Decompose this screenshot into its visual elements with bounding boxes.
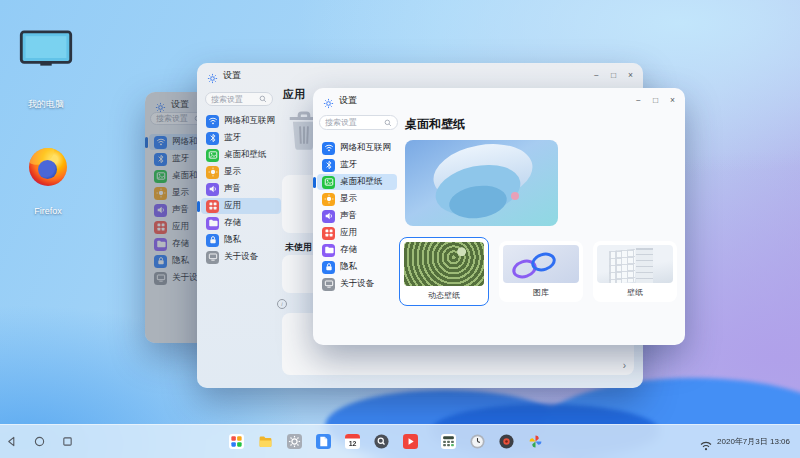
close-button[interactable]: ×: [670, 96, 675, 105]
sidebar-item-sound[interactable]: 声音: [201, 181, 281, 197]
sidebar-item-privacy[interactable]: 隐私: [201, 232, 281, 248]
sidebar-item-privacy[interactable]: 隐私: [317, 259, 397, 275]
sidebar-item-apps[interactable]: 应用: [201, 198, 281, 214]
about-icon: [206, 251, 219, 264]
sidebar-item-about[interactable]: 关于设备: [317, 276, 397, 292]
maximize-button[interactable]: □: [653, 96, 658, 105]
selected-indicator: [313, 177, 316, 188]
sidebar-item-bluetooth[interactable]: 蓝牙: [317, 157, 397, 173]
settings-search: [319, 115, 398, 130]
taskbar-app-documents-icon[interactable]: [316, 434, 331, 449]
wallpaper-card-label: 图库: [503, 287, 579, 298]
sidebar-item-storage[interactable]: 存储: [201, 215, 281, 231]
sidebar-item-label: 隐私: [172, 255, 189, 267]
settings-search: [205, 92, 273, 106]
gallery-thumbnail: [503, 245, 579, 283]
taskbar-app-file-manager-icon[interactable]: [258, 434, 273, 449]
nav-back-button[interactable]: [6, 436, 17, 447]
taskbar-apps: 12: [229, 425, 543, 458]
taskbar: 12 2020年7月3日 13:06: [0, 424, 800, 458]
taskbar-app-calendar-icon[interactable]: 12: [345, 434, 360, 449]
settings-gear-icon: [207, 70, 218, 81]
sidebar-item-label: 显示: [224, 166, 241, 178]
sound-icon: [154, 204, 167, 217]
taskbar-app-search-icon[interactable]: [374, 434, 389, 449]
section-label-unused: 未使用: [285, 241, 312, 254]
network-icon: [206, 115, 219, 128]
taskbar-app-clock-icon[interactable]: [470, 434, 485, 449]
more-chevron[interactable]: ›: [623, 360, 626, 371]
sidebar-item-label: 网络和互联网: [224, 115, 275, 127]
sidebar-item-apps[interactable]: 应用: [317, 225, 397, 241]
display-icon: [206, 166, 219, 179]
wallpaper-card-dynamic[interactable]: 动态壁纸: [399, 237, 489, 306]
sidebar-item-network[interactable]: 网络和互联网: [201, 113, 281, 129]
close-button[interactable]: ×: [628, 71, 633, 80]
datetime-label[interactable]: 2020年7月3日 13:06: [717, 436, 790, 447]
computer-icon: [19, 30, 73, 68]
sidebar-item-about[interactable]: 关于设备: [201, 249, 281, 265]
settings-search-input[interactable]: [156, 113, 194, 125]
window-titlebar[interactable]: 设置 − □ ×: [197, 63, 643, 87]
sidebar-item-wallpaper[interactable]: 桌面和壁纸: [317, 174, 397, 190]
sidebar-item-label: 蓝牙: [340, 159, 357, 171]
sidebar-item-storage[interactable]: 存储: [317, 242, 397, 258]
nav-home-button[interactable]: [34, 436, 45, 447]
minimize-button[interactable]: −: [636, 96, 641, 105]
minimize-button[interactable]: −: [594, 71, 599, 80]
display-icon: [322, 193, 335, 206]
sidebar-item-sound[interactable]: 声音: [317, 208, 397, 224]
settings-search-input[interactable]: [325, 117, 384, 129]
sidebar-item-label: 网络和互联网: [340, 142, 391, 154]
taskbar-app-video-player-icon[interactable]: [403, 434, 418, 449]
taskbar-app-launcher-icon[interactable]: [229, 434, 244, 449]
storage-icon: [154, 238, 167, 251]
taskbar-app-recorder-icon[interactable]: [499, 434, 514, 449]
bluetooth-icon: [206, 132, 219, 145]
page-title: 桌面和壁纸: [405, 116, 465, 133]
info-row: i: [277, 299, 287, 309]
sound-icon: [206, 183, 219, 196]
maximize-button[interactable]: □: [611, 71, 616, 80]
sidebar-item-label: 隐私: [340, 261, 357, 273]
sidebar-item-display[interactable]: 显示: [317, 191, 397, 207]
desktop: 我的电脑 Firefox 设置 − □ × 网络和互联网蓝牙桌面和壁纸显示声音应…: [0, 0, 800, 458]
wallpaper-card-static[interactable]: 壁纸: [593, 241, 677, 302]
about-icon: [154, 272, 167, 285]
taskbar-app-settings-icon[interactable]: [287, 434, 302, 449]
nav-recents-button[interactable]: [62, 436, 73, 447]
apps-icon: [322, 227, 335, 240]
sidebar-item-display[interactable]: 显示: [201, 164, 281, 180]
selected-indicator: [145, 137, 148, 148]
settings-search-input[interactable]: [211, 93, 259, 105]
sidebar-item-label: 显示: [172, 187, 189, 199]
sidebar-item-network[interactable]: 网络和互联网: [317, 140, 397, 156]
desktop-icon-label: 我的电脑: [14, 98, 78, 111]
desktop-icon-my-computer[interactable]: 我的电脑: [14, 30, 78, 111]
privacy-icon: [322, 261, 335, 274]
wallpaper-card-gallery[interactable]: 图库: [499, 241, 583, 302]
info-icon: i: [277, 299, 287, 309]
network-icon: [154, 136, 167, 149]
wallpaper-card-row: 动态壁纸图库壁纸: [399, 237, 677, 306]
wifi-status-icon[interactable]: [700, 437, 712, 447]
desktop-icon-firefox[interactable]: Firefox: [16, 148, 80, 216]
taskbar-app-calculator-icon[interactable]: [441, 434, 456, 449]
wallpaper-icon: [322, 176, 335, 189]
settings-gear-icon: [155, 99, 166, 110]
taskbar-app-photos-icon[interactable]: [528, 434, 543, 449]
sidebar-item-wallpaper[interactable]: 桌面和壁纸: [201, 147, 281, 163]
about-icon: [322, 278, 335, 291]
taskbar-status[interactable]: 2020年7月3日 13:06: [700, 425, 790, 458]
wallpaper-card-label: 动态壁纸: [404, 290, 484, 301]
wallpaper-card-label: 壁纸: [597, 287, 673, 298]
sidebar-item-label: 存储: [224, 217, 241, 229]
sidebar-item-bluetooth[interactable]: 蓝牙: [201, 130, 281, 146]
sidebar-item-label: 声音: [224, 183, 241, 195]
sidebar-item-label: 蓝牙: [224, 132, 241, 144]
sidebar-item-label: 应用: [340, 227, 357, 239]
sound-icon: [322, 210, 335, 223]
sidebar-item-label: 声音: [340, 210, 357, 222]
window-titlebar[interactable]: 设置 − □ ×: [313, 88, 685, 112]
wallpaper-icon: [154, 170, 167, 183]
